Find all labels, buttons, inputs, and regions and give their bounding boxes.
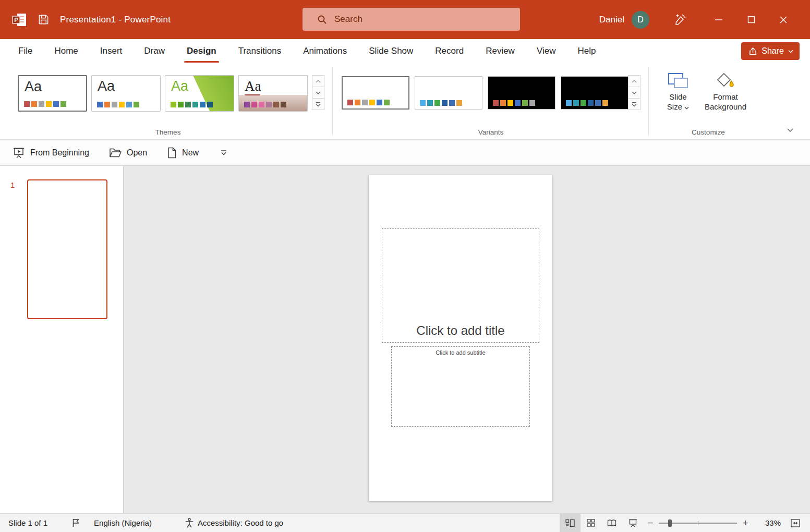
color-swatch <box>266 102 272 107</box>
slide-thumbnail[interactable] <box>27 179 107 319</box>
collapse-ribbon-icon[interactable] <box>784 125 796 135</box>
theme-thumbnail-4[interactable]: Aa <box>238 75 308 112</box>
color-swatch <box>602 100 608 106</box>
fit-slide-to-window-icon[interactable] <box>786 514 805 532</box>
variant-thumbnail-3[interactable] <box>488 76 555 110</box>
variants-gallery <box>342 76 628 110</box>
themes-group: Aa Aa Aa Aa <box>8 63 328 140</box>
proofing-icon[interactable] <box>71 518 80 527</box>
variant-color-row <box>566 100 608 106</box>
tab-review[interactable]: Review <box>475 39 526 63</box>
format-background-label: Format Background <box>696 92 755 112</box>
themes-scroll-controls <box>312 75 324 110</box>
tab-animations[interactable]: Animations <box>292 39 358 63</box>
from-beginning-button[interactable]: From Beginning <box>13 147 89 159</box>
save-icon[interactable] <box>38 14 50 26</box>
variant-thumbnail-2[interactable] <box>415 76 482 110</box>
accessibility-status[interactable]: Accessibility: Good to go <box>185 518 283 528</box>
tab-record[interactable]: Record <box>424 39 475 63</box>
toolbar-overflow-icon[interactable] <box>221 150 227 156</box>
subtitle-placeholder-text: Click to add subtitle <box>436 349 485 356</box>
slide-sorter-view-icon[interactable] <box>581 514 601 532</box>
theme-thumbnail-1[interactable]: Aa <box>18 75 87 112</box>
tab-home[interactable]: Home <box>43 39 89 63</box>
color-swatch <box>185 102 191 107</box>
tab-transitions[interactable]: Transitions <box>227 39 293 63</box>
themes-gallery-more-icon[interactable] <box>312 98 324 110</box>
variants-group-label: Variants <box>338 128 644 136</box>
color-swatch <box>493 100 499 106</box>
tab-view[interactable]: View <box>526 39 567 63</box>
zoom-level[interactable]: 33% <box>756 518 781 527</box>
zoom-out-icon[interactable]: − <box>643 514 658 532</box>
normal-view-icon[interactable] <box>560 514 581 532</box>
open-folder-icon <box>109 148 122 158</box>
variants-scroll-down-icon[interactable] <box>628 87 640 99</box>
zoom-slider-tick <box>698 521 698 525</box>
new-file-icon <box>167 147 177 159</box>
color-swatch <box>573 100 579 106</box>
color-swatch <box>178 102 184 107</box>
zoom-slider[interactable] <box>659 514 737 532</box>
tab-design[interactable]: Design <box>176 39 227 63</box>
powerpoint-window: P Presentation1 - PowerPoint <box>0 0 810 532</box>
themes-scroll-up-icon[interactable] <box>312 75 324 87</box>
search-input[interactable] <box>334 14 491 25</box>
color-swatch <box>273 102 279 107</box>
color-swatch <box>369 100 375 105</box>
avatar[interactable]: D <box>632 11 649 29</box>
slide-size-button[interactable]: Slide Size <box>662 70 694 112</box>
search-box[interactable] <box>303 8 520 31</box>
open-button[interactable]: Open <box>109 148 147 158</box>
variant-color-row <box>420 100 462 106</box>
color-swatch <box>46 101 52 107</box>
tab-help[interactable]: Help <box>566 39 607 63</box>
tab-file[interactable]: File <box>7 39 43 63</box>
format-background-button[interactable]: Format Background <box>696 70 755 112</box>
user-name[interactable]: Daniel <box>599 15 624 25</box>
language-selector[interactable]: English (Nigeria) <box>94 518 152 527</box>
slide-number: 1 <box>10 180 15 189</box>
color-swatch <box>507 100 513 106</box>
maximize-button[interactable] <box>735 0 767 39</box>
ribbon-tab-row: File Home Insert Draw Design Transitions… <box>0 39 810 63</box>
minimize-button[interactable] <box>703 0 735 39</box>
new-button[interactable]: New <box>167 147 199 159</box>
color-swatch <box>24 101 30 107</box>
close-button[interactable] <box>767 0 800 39</box>
theme-color-row <box>244 102 286 107</box>
slide-canvas[interactable]: Click to add title Click to add subtitle <box>369 175 552 501</box>
title-placeholder-text: Click to add title <box>416 323 504 338</box>
tab-slide-show[interactable]: Slide Show <box>358 39 424 63</box>
share-button[interactable]: Share <box>741 42 800 60</box>
reading-view-icon[interactable] <box>601 514 622 532</box>
themes-gallery: Aa Aa Aa Aa <box>18 75 308 112</box>
variants-group: Variants <box>338 63 644 140</box>
theme-thumbnail-2[interactable]: Aa <box>91 75 161 112</box>
slide-indicator[interactable]: Slide 1 of 1 <box>8 518 47 527</box>
svg-text:P: P <box>14 17 18 23</box>
variant-thumbnail-1[interactable] <box>342 76 409 110</box>
subtitle-placeholder[interactable]: Click to add subtitle <box>391 346 530 427</box>
title-placeholder[interactable]: Click to add title <box>382 228 539 343</box>
color-swatch <box>456 100 462 106</box>
color-swatch <box>449 100 455 106</box>
theme-preview-text: Aa <box>98 78 115 94</box>
slideshow-view-icon[interactable] <box>622 514 643 532</box>
zoom-in-icon[interactable]: + <box>738 514 753 532</box>
theme-preview-text: Aa <box>171 78 188 94</box>
zoom-slider-thumb[interactable] <box>668 519 672 527</box>
tab-insert[interactable]: Insert <box>89 39 134 63</box>
variants-scroll-up-icon[interactable] <box>628 75 640 87</box>
tab-draw[interactable]: Draw <box>133 39 176 63</box>
themes-scroll-down-icon[interactable] <box>312 87 324 99</box>
variants-gallery-more-icon[interactable] <box>628 98 640 110</box>
theme-thumbnail-3[interactable]: Aa <box>165 75 234 112</box>
group-separator <box>332 67 333 136</box>
color-swatch <box>251 102 257 107</box>
accessibility-label: Accessibility: Good to go <box>198 518 283 527</box>
sparkle-pen-icon[interactable] <box>673 13 687 27</box>
color-swatch <box>259 102 264 107</box>
powerpoint-logo-icon[interactable]: P <box>11 13 27 27</box>
variant-thumbnail-4[interactable] <box>561 76 628 110</box>
